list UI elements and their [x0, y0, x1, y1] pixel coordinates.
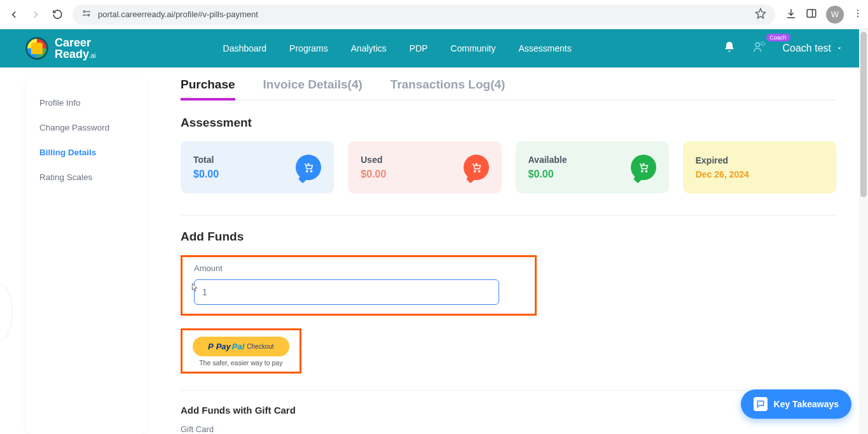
card-total: Total $0.00 [181, 141, 334, 193]
gift-card-heading: Add Funds with Gift Card [181, 405, 836, 416]
card-used-label: Used [361, 155, 386, 165]
billing-tabs: Purchase Invoice Details(4) Transactions… [181, 78, 836, 101]
gift-card-label: Gift Card [181, 424, 836, 434]
reload-button[interactable] [48, 6, 66, 24]
svg-point-4 [857, 12, 858, 13]
svg-point-12 [641, 171, 642, 172]
chevron-down-icon [836, 43, 843, 54]
tab-purchase[interactable]: Purchase [181, 78, 235, 99]
tab-invoice-details[interactable]: Invoice Details(4) [263, 78, 362, 99]
paypal-subtext: The safer, easier way to pay [193, 359, 289, 367]
forward-button[interactable] [27, 6, 45, 24]
user-icon-wrap: Coach [752, 40, 766, 57]
card-total-label: Total [193, 155, 219, 165]
assessment-heading: Assessment [181, 116, 836, 130]
decorative-circle [0, 284, 13, 341]
svg-point-1 [88, 14, 90, 16]
profile-sidebar: Profile Info Change Password Billing Det… [25, 78, 146, 434]
nav-analytics[interactable]: Analytics [351, 43, 387, 53]
cart-icon [296, 155, 321, 180]
tab-transactions-log[interactable]: Transactions Log(4) [390, 78, 506, 99]
svg-point-10 [474, 171, 475, 172]
user-menu[interactable]: Coach test [783, 43, 843, 54]
svg-point-9 [311, 171, 312, 172]
card-available: Available $0.00 [516, 141, 669, 193]
browser-chrome: portal.careerready.ai/profile#v-pills-pa… [0, 0, 868, 29]
sidebar-item-billing-details[interactable]: Billing Details [25, 140, 146, 165]
nav-pdp[interactable]: PDP [410, 43, 428, 53]
user-icon[interactable] [752, 45, 766, 56]
paypal-highlight: P PayPal Checkout The safer, easier way … [181, 328, 301, 374]
star-icon[interactable] [755, 8, 766, 21]
card-used-value: $0.00 [361, 169, 386, 180]
assessment-cards: Total $0.00 Used $0.00 Available $0.00 [181, 141, 836, 193]
divider [181, 390, 836, 391]
key-takeaways-button[interactable]: Key Takeaways [741, 389, 851, 419]
svg-point-11 [478, 171, 479, 172]
card-expired-value: Dec 26, 2024 [696, 169, 749, 179]
back-button[interactable] [5, 6, 23, 24]
svg-point-0 [83, 11, 85, 13]
amount-label: Amount [194, 263, 523, 273]
profile-avatar[interactable]: W [826, 6, 844, 24]
svg-rect-2 [807, 10, 816, 17]
main-nav: Dashboard Programs Analytics PDP Communi… [223, 43, 572, 53]
download-icon[interactable] [785, 8, 797, 22]
main-content: Purchase Invoice Details(4) Transactions… [146, 78, 843, 434]
kebab-menu-icon[interactable] [853, 8, 863, 21]
cart-icon [464, 155, 489, 180]
app-navbar: Career Ready.ai Dashboard Programs Analy… [0, 29, 868, 67]
svg-point-7 [761, 42, 764, 46]
url-bar[interactable]: portal.careerready.ai/profile#v-pills-pa… [72, 4, 775, 25]
card-used: Used $0.00 [348, 141, 501, 193]
cart-icon [631, 155, 656, 180]
nav-dashboard[interactable]: Dashboard [223, 43, 267, 53]
card-total-value: $0.00 [193, 169, 219, 180]
svg-point-5 [857, 15, 858, 17]
svg-point-6 [755, 43, 759, 46]
svg-point-3 [857, 10, 858, 11]
sidebar-item-rating-scales[interactable]: Rating Scales [25, 165, 146, 190]
amount-input[interactable] [194, 279, 499, 305]
add-funds-heading: Add Funds [181, 230, 836, 244]
sidebar-item-change-password[interactable]: Change Password [25, 115, 146, 140]
role-badge: Coach [766, 34, 790, 41]
site-settings-icon[interactable] [81, 8, 92, 20]
key-takeaways-label: Key Takeaways [774, 399, 839, 409]
logo-text: Career Ready.ai [55, 37, 96, 60]
bell-icon[interactable] [723, 41, 736, 56]
nav-community[interactable]: Community [451, 43, 496, 53]
card-available-label: Available [528, 155, 567, 165]
card-expired-label: Expired [696, 155, 749, 165]
panel-icon[interactable] [806, 8, 817, 22]
sidebar-item-profile-info[interactable]: Profile Info [25, 90, 146, 115]
user-name: Coach test [783, 43, 831, 54]
card-available-value: $0.00 [528, 169, 567, 180]
chat-icon [754, 397, 768, 411]
paypal-p-icon: P [208, 342, 214, 351]
logo-icon [25, 37, 48, 60]
vertical-scrollbar[interactable] [859, 29, 868, 434]
nav-programs[interactable]: Programs [289, 43, 328, 53]
logo[interactable]: Career Ready.ai [25, 37, 96, 60]
url-text: portal.careerready.ai/profile#v-pills-pa… [98, 10, 258, 19]
paypal-checkout-button[interactable]: P PayPal Checkout [193, 337, 289, 356]
divider [181, 215, 836, 216]
svg-point-8 [307, 171, 308, 172]
card-expired: Expired Dec 26, 2024 [683, 141, 836, 193]
svg-point-13 [645, 171, 647, 172]
nav-assessments[interactable]: Assessments [518, 43, 571, 53]
amount-highlight: Amount [181, 255, 537, 316]
